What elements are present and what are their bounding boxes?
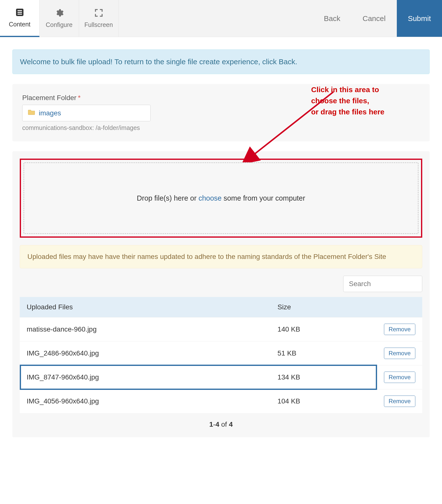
col-header-file: Uploaded Files: [20, 297, 271, 317]
folder-path: communications-sandbox: /a-folder/images: [22, 124, 420, 131]
dropzone-text-post: some from your computer: [221, 194, 305, 202]
remove-button[interactable]: Remove: [384, 348, 415, 359]
welcome-banner: Welcome to bulk file upload! To return t…: [12, 49, 430, 74]
file-actions-cell: Remove: [377, 389, 422, 413]
placement-label-text: Placement Folder: [22, 94, 76, 102]
file-actions-cell: Remove: [377, 365, 422, 389]
remove-button[interactable]: Remove: [384, 324, 415, 335]
annotation-line: choose the files,: [311, 95, 415, 106]
required-asterisk: *: [78, 94, 80, 102]
tab-configure[interactable]: Configure: [40, 0, 79, 37]
tab-label: Fullscreen: [84, 21, 113, 28]
dropzone-text-pre: Drop file(s) here or: [137, 194, 199, 202]
annotation-line: or drag the files here: [311, 106, 415, 117]
pager-start: 1: [209, 420, 213, 428]
pager-total: 4: [229, 420, 233, 428]
list-icon: [15, 8, 24, 18]
folder-icon: [28, 109, 35, 117]
file-name-cell: matisse-dance-960.jpg: [20, 317, 271, 341]
col-header-actions: [377, 297, 422, 317]
back-link[interactable]: Back: [313, 0, 352, 37]
tab-fullscreen[interactable]: Fullscreen: [79, 0, 119, 37]
file-size-cell: 134 KB: [271, 365, 377, 389]
dropzone-panel: Drop file(s) here or choose some from yo…: [12, 151, 430, 437]
tab-content[interactable]: Content: [0, 0, 40, 37]
file-size-cell: 140 KB: [271, 317, 377, 341]
tab-label: Content: [9, 21, 31, 28]
remove-button[interactable]: Remove: [384, 396, 415, 407]
folder-name: images: [39, 109, 61, 117]
table-row: IMG_8747-960x640.jpg134 KBRemove: [20, 365, 422, 389]
file-name-cell: IMG_2486-960x640.jpg: [20, 341, 271, 365]
file-dropzone[interactable]: Drop file(s) here or choose some from yo…: [23, 162, 419, 234]
col-header-size: Size: [271, 297, 377, 317]
svg-rect-2: [18, 12, 22, 13]
naming-warning: Uploaded files may have have their names…: [20, 245, 422, 268]
pagination-summary: 1-4 of 4: [20, 420, 422, 428]
spacer: [119, 0, 313, 37]
uploaded-files-table: Uploaded Files Size matisse-dance-960.jp…: [20, 297, 422, 413]
file-actions-cell: Remove: [377, 317, 422, 341]
table-row: matisse-dance-960.jpg140 KBRemove: [20, 317, 422, 341]
file-actions-cell: Remove: [377, 341, 422, 365]
table-row: IMG_2486-960x640.jpg51 KBRemove: [20, 341, 422, 365]
pager-end: 4: [215, 420, 219, 428]
file-size-cell: 104 KB: [271, 389, 377, 413]
pager-of: of: [219, 420, 229, 428]
file-name-cell: IMG_8747-960x640.jpg: [20, 365, 271, 389]
fullscreen-icon: [94, 8, 103, 19]
svg-rect-1: [18, 10, 22, 11]
gear-icon: [55, 8, 64, 19]
table-row: IMG_4056-960x640.jpg104 KBRemove: [20, 389, 422, 413]
annotation-line: Click in this area to: [311, 84, 415, 95]
file-size-cell: 51 KB: [271, 341, 377, 365]
cancel-link[interactable]: Cancel: [351, 0, 397, 37]
search-input[interactable]: [343, 276, 422, 292]
instruction-annotation: Click in this area to choose the files, …: [311, 84, 415, 117]
svg-rect-3: [18, 14, 22, 15]
remove-button[interactable]: Remove: [384, 372, 415, 383]
choose-files-link[interactable]: choose: [199, 194, 222, 202]
pager-dash: -: [213, 420, 215, 428]
submit-button[interactable]: Submit: [397, 0, 442, 37]
tab-label: Configure: [46, 21, 72, 28]
folder-selector[interactable]: images: [22, 105, 151, 121]
file-name-cell: IMG_4056-960x640.jpg: [20, 389, 271, 413]
placement-panel: Placement Folder * images communications…: [12, 84, 430, 141]
dropzone-highlight: Drop file(s) here or choose some from yo…: [20, 159, 422, 238]
top-tab-bar: Content Configure Fullscreen Back Cancel…: [0, 0, 442, 37]
